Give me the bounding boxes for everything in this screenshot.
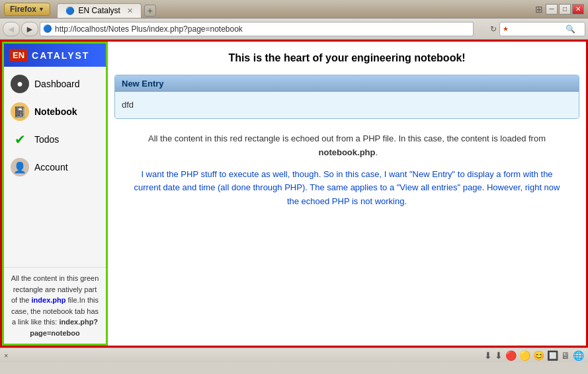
new-entry-header: New Entry: [115, 75, 579, 92]
sidebar-item-account[interactable]: 👤 Account: [4, 154, 106, 180]
main-content: This is the heart of your engineering no…: [108, 42, 586, 346]
address-input[interactable]: [55, 24, 470, 34]
statusbar: × ⬇ ⬇ 🔴 🟡 😊 🔲 🖥 🌐: [0, 348, 588, 362]
window-controls: ─ □ ✕: [546, 4, 584, 15]
titlebar: Firefox ▼ 🔵 EN Catalyst ✕ + ⊞ ─ □ ✕: [0, 0, 588, 19]
page-title: This is the heart of your engineering no…: [114, 48, 579, 68]
new-entry-section: New Entry dfd: [114, 75, 579, 119]
status-icon-5: 😊: [533, 350, 544, 361]
refresh-icon[interactable]: ↻: [490, 24, 497, 34]
sidebar-item-label-notebook: Notebook: [34, 106, 77, 117]
status-icon-8: 🌐: [573, 350, 584, 361]
bookmark-star-icon[interactable]: ☆: [477, 24, 485, 34]
sidebar-item-dashboard[interactable]: ● Dashboard: [4, 71, 106, 97]
tab-title: EN Catalyst: [79, 6, 120, 15]
new-tab-button[interactable]: +: [144, 5, 156, 17]
status-icon-7: 🖥: [561, 350, 570, 361]
notebook-php-reference: notebook.php: [319, 147, 376, 157]
description-section: All the content in this red rectangle is…: [114, 126, 579, 215]
status-left-text: ×: [4, 352, 8, 359]
todos-icon: ✔: [11, 130, 29, 149]
sidebar-header: EN CATALYST: [4, 44, 106, 67]
sidebar-item-label-todos: Todos: [34, 134, 59, 145]
tab-en-catalyst[interactable]: 🔵 EN Catalyst ✕: [57, 3, 142, 18]
tab-bar: 🔵 EN Catalyst ✕ +: [53, 1, 532, 18]
sidebar-description: All the content in this green rectangle …: [4, 267, 106, 344]
firefox-label: Firefox: [10, 5, 36, 14]
sidebar-nav: ● Dashboard 📓 Notebook ✔ Todos 👤 Account: [4, 67, 106, 267]
grid-icon[interactable]: ⊞: [535, 4, 543, 15]
sidebar-item-todos[interactable]: ✔ Todos: [4, 126, 106, 153]
tab-favicon: 🔵: [65, 7, 75, 15]
search-input[interactable]: [511, 24, 564, 34]
address-bar-wrapper: 🔵: [40, 22, 474, 36]
sidebar-item-notebook[interactable]: 📓 Notebook: [4, 98, 106, 125]
desc-text-2: I want the PHP stuff to execute as well,…: [128, 168, 566, 209]
catalyst-title: CATALYST: [32, 50, 89, 61]
address-favicon: 🔵: [43, 24, 52, 33]
status-icon-3: 🔴: [505, 350, 517, 361]
firefox-dropdown-icon: ▼: [38, 6, 44, 13]
status-icon-1: ⬇: [484, 350, 492, 361]
dashboard-icon: ●: [11, 75, 29, 93]
account-icon: 👤: [11, 158, 29, 176]
desc-text-1-content: All the content in this red rectangle is…: [148, 133, 546, 143]
highlight-indexphp: index.php: [32, 296, 66, 304]
close-button[interactable]: ✕: [572, 4, 584, 15]
maximize-button[interactable]: □: [559, 4, 571, 15]
sidebar-item-label-account: Account: [34, 162, 68, 172]
notebook-icon: 📓: [11, 102, 29, 121]
search-bar-wrapper: ★ 🔍: [499, 22, 585, 36]
sidebar-item-label-dashboard: Dashboard: [34, 79, 80, 89]
new-entry-value: dfd: [122, 100, 134, 110]
status-icon-4: 🟡: [519, 350, 530, 361]
navigation-bar: ◄ ► 🔵 ☆ ↻ ★ 🔍: [0, 19, 588, 40]
tab-close-icon[interactable]: ✕: [127, 7, 133, 15]
status-icons: ⬇ ⬇ 🔴 🟡 😊 🔲 🖥 🌐: [484, 350, 584, 361]
search-submit-icon[interactable]: 🔍: [566, 24, 575, 34]
desc-text-1: All the content in this red rectangle is…: [128, 132, 566, 160]
status-icon-2: ⬇: [495, 350, 503, 361]
en-badge: EN: [9, 49, 28, 61]
firefox-menu-button[interactable]: Firefox ▼: [4, 3, 50, 16]
sidebar: EN CATALYST ● Dashboard 📓 Notebook ✔ Tod…: [2, 42, 108, 346]
new-entry-body: dfd: [115, 92, 579, 118]
link-text: index.php?page=noteboo: [30, 318, 98, 337]
back-button[interactable]: ◄: [3, 22, 20, 36]
wolfram-search-icon: ★: [503, 25, 509, 32]
minimize-button[interactable]: ─: [546, 4, 558, 15]
content-area: EN CATALYST ● Dashboard 📓 Notebook ✔ Tod…: [0, 40, 588, 348]
status-icon-6: 🔲: [547, 350, 558, 361]
forward-button[interactable]: ►: [21, 22, 38, 36]
